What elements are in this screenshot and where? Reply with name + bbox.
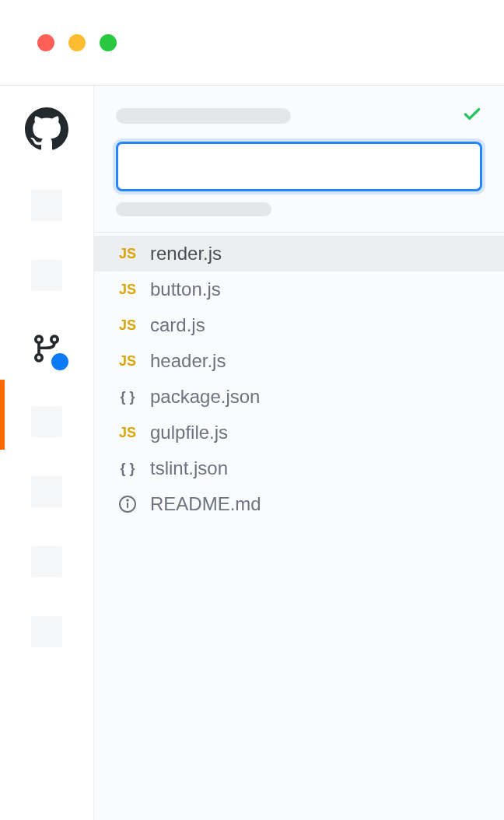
minimize-window-button[interactable] bbox=[68, 34, 86, 51]
activity-item-placeholder[interactable] bbox=[31, 546, 62, 577]
file-row[interactable]: { }package.json bbox=[94, 379, 504, 415]
json-file-icon: { } bbox=[116, 389, 139, 405]
svg-point-1 bbox=[36, 355, 42, 361]
js-file-icon: JS bbox=[116, 282, 139, 298]
js-file-icon: JS bbox=[116, 246, 139, 262]
activity-item-placeholder[interactable] bbox=[31, 616, 62, 647]
file-list: JSrender.jsJSbutton.jsJScard.jsJSheader.… bbox=[94, 232, 504, 522]
svg-point-0 bbox=[36, 336, 42, 342]
activity-item-placeholder[interactable] bbox=[31, 190, 62, 221]
info-file-icon bbox=[116, 495, 139, 513]
commit-message-input[interactable] bbox=[116, 142, 482, 191]
panel: JSrender.jsJSbutton.jsJScard.jsJSheader.… bbox=[93, 86, 504, 820]
activity-bar bbox=[0, 86, 93, 820]
panel-subtitle-placeholder bbox=[116, 202, 271, 216]
titlebar bbox=[0, 0, 504, 86]
svg-point-5 bbox=[127, 499, 128, 501]
js-file-icon: JS bbox=[116, 317, 139, 334]
file-name: tslint.json bbox=[150, 457, 228, 479]
file-row[interactable]: JSbutton.js bbox=[94, 272, 504, 307]
activity-item-placeholder[interactable] bbox=[31, 260, 62, 291]
check-icon[interactable] bbox=[462, 104, 482, 128]
js-file-icon: JS bbox=[116, 353, 139, 370]
commit-message-field[interactable] bbox=[118, 144, 480, 189]
file-row[interactable]: JSheader.js bbox=[94, 343, 504, 379]
file-name: README.md bbox=[150, 493, 261, 515]
file-name: header.js bbox=[150, 350, 226, 372]
panel-header bbox=[94, 86, 504, 232]
activity-item-placeholder[interactable] bbox=[31, 406, 62, 437]
file-name: render.js bbox=[150, 243, 222, 265]
file-row[interactable]: JSrender.js bbox=[94, 236, 504, 272]
json-file-icon: { } bbox=[116, 461, 139, 477]
source-control-button[interactable] bbox=[28, 330, 65, 367]
file-name: button.js bbox=[150, 279, 221, 300]
github-icon[interactable] bbox=[25, 107, 68, 151]
file-name: package.json bbox=[150, 386, 260, 408]
file-name: card.js bbox=[150, 314, 205, 336]
file-row[interactable]: { }tslint.json bbox=[94, 450, 504, 486]
source-control-badge bbox=[51, 353, 68, 370]
svg-point-2 bbox=[51, 336, 58, 342]
file-name: gulpfile.js bbox=[150, 422, 228, 443]
panel-title-placeholder bbox=[116, 108, 291, 124]
activity-item-placeholder[interactable] bbox=[31, 476, 62, 507]
file-row[interactable]: README.md bbox=[94, 486, 504, 522]
main: JSrender.jsJSbutton.jsJScard.jsJSheader.… bbox=[0, 86, 504, 820]
file-row[interactable]: JSgulpfile.js bbox=[94, 415, 504, 450]
maximize-window-button[interactable] bbox=[100, 34, 117, 51]
js-file-icon: JS bbox=[116, 425, 139, 441]
file-row[interactable]: JScard.js bbox=[94, 307, 504, 343]
active-tab-indicator bbox=[0, 380, 5, 450]
close-window-button[interactable] bbox=[37, 34, 54, 51]
